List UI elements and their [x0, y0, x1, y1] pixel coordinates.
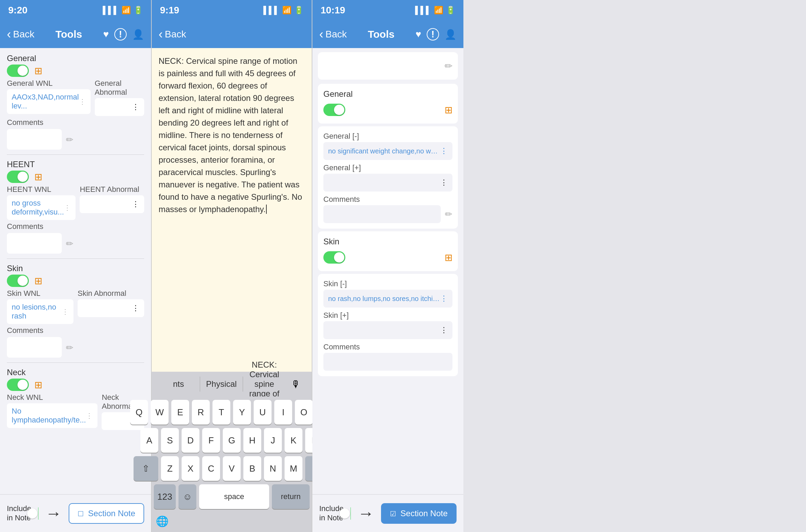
back-button-2[interactable]: ‹ Back — [159, 27, 186, 42]
key-h[interactable]: H — [243, 428, 261, 453]
neg-input-general-3[interactable]: no significant weight change,no weakness… — [323, 142, 452, 160]
shift-key[interactable]: ⇧ — [134, 456, 158, 481]
key-s[interactable]: S — [161, 428, 179, 453]
comments-box-heent-1[interactable] — [7, 233, 62, 254]
key-m[interactable]: M — [285, 456, 302, 481]
back-label-1[interactable]: Back — [13, 29, 34, 40]
toggle-general-1[interactable] — [7, 65, 29, 77]
section-note-button-1[interactable]: ☐ Section Note — [69, 503, 144, 524]
key-j[interactable]: J — [264, 428, 282, 453]
back-button-1[interactable]: ‹ Back — [7, 27, 34, 42]
back-label-2[interactable]: Back — [165, 29, 186, 40]
comments-box-general-1[interactable] — [7, 129, 62, 150]
autocomplete-item-2[interactable]: Physical — [200, 377, 243, 392]
abnormal-dots-skin-1[interactable]: ⋮ — [132, 304, 139, 313]
pos-input-skin-3[interactable]: ⋮ — [323, 321, 452, 339]
back-label-3[interactable]: Back — [325, 29, 347, 40]
people-icon-3[interactable]: 👤 — [445, 29, 457, 40]
space-key[interactable]: space — [199, 484, 269, 509]
wnl-dots-heent-1[interactable]: ⋮ — [64, 204, 71, 212]
edit-icon-comments-general-3[interactable]: ✏ — [445, 209, 452, 220]
key-w[interactable]: W — [151, 400, 169, 425]
org-icon-skin-3[interactable]: ⊞ — [445, 252, 452, 263]
neg-dots-skin-3[interactable]: ⋮ — [440, 294, 448, 303]
org-icon-general-3[interactable]: ⊞ — [445, 104, 452, 116]
toggle-skin-3[interactable] — [323, 251, 345, 264]
key-c[interactable]: C — [202, 456, 220, 481]
toggle-heent-1[interactable] — [7, 171, 29, 183]
mic-icon-2[interactable]: 🎙 — [286, 376, 306, 393]
org-icon-skin-1[interactable]: ⊞ — [34, 275, 42, 287]
key-i[interactable]: I — [274, 400, 292, 425]
key-b[interactable]: B — [243, 456, 261, 481]
toggle-include-1[interactable] — [38, 507, 38, 520]
abnormal-input-general-1[interactable]: ⋮ — [95, 98, 144, 116]
return-key[interactable]: return — [272, 484, 310, 509]
edit-icon-heent-1[interactable]: ✏ — [66, 239, 73, 249]
key-e[interactable]: E — [171, 400, 189, 425]
key-u[interactable]: U — [254, 400, 272, 425]
toggle-neck-1[interactable] — [7, 379, 29, 391]
section-general-neg-3: General [-] no significant weight change… — [318, 126, 458, 229]
wnl-input-neck-1[interactable]: No lymphadenopathy/te... ⋮ — [7, 403, 97, 428]
wnl-input-general-1[interactable]: AAOx3,NAD,normal lev... ⋮ — [7, 89, 91, 114]
key-n[interactable]: N — [264, 456, 282, 481]
key-a[interactable]: A — [140, 428, 158, 453]
wnl-dots-skin-1[interactable]: ⋮ — [62, 308, 69, 316]
org-icon-heent-1[interactable]: ⊞ — [34, 171, 42, 183]
nav-bar-3: ‹ Back Tools ♥ ! 👤 — [312, 21, 463, 48]
pos-dots-skin-3[interactable]: ⋮ — [440, 326, 448, 335]
key-d[interactable]: D — [182, 428, 199, 453]
key-x[interactable]: X — [182, 456, 199, 481]
key-k[interactable]: K — [285, 428, 302, 453]
abnormal-input-skin-1[interactable]: ⋮ — [78, 299, 144, 317]
heart-icon-3[interactable]: ♥ — [415, 29, 421, 40]
info-icon-3[interactable]: ! — [427, 28, 439, 41]
comments-box-skin-3[interactable] — [323, 353, 452, 371]
abnormal-dots-general-1[interactable]: ⋮ — [132, 103, 139, 112]
wnl-dots-neck-1[interactable]: ⋮ — [86, 412, 93, 420]
key-q[interactable]: Q — [130, 400, 148, 425]
heart-icon-1[interactable]: ♥ — [103, 29, 109, 40]
toggle-general-3[interactable] — [323, 104, 345, 116]
globe-icon[interactable]: 🌐 — [156, 515, 169, 527]
people-icon-1[interactable]: 👤 — [132, 29, 144, 40]
key-o[interactable]: O — [295, 400, 313, 425]
wnl-dots-general-1[interactable]: ⋮ — [79, 97, 86, 106]
edit-icon-top-3[interactable]: ✏ — [445, 60, 452, 72]
org-icon-general-1[interactable]: ⊞ — [34, 65, 42, 77]
right-scroll-3: General ⊞ General [-] no significant wei… — [312, 84, 463, 494]
abnormal-dots-heent-1[interactable]: ⋮ — [132, 200, 139, 209]
key-f[interactable]: F — [202, 428, 220, 453]
comments-box-general-3[interactable] — [323, 205, 441, 223]
edit-icon-skin-1[interactable]: ✏ — [66, 343, 73, 353]
key-r[interactable]: R — [192, 400, 210, 425]
nav-title-1: Tools — [40, 28, 97, 40]
toggle-include-3[interactable] — [350, 507, 351, 520]
neg-input-skin-3[interactable]: no rash,no lumps,no sores,no itching,no … — [323, 290, 452, 308]
toggle-skin-1[interactable] — [7, 275, 29, 287]
autocomplete-item-1[interactable]: nts — [157, 377, 200, 392]
section-note-button-3[interactable]: ☑ Section Note — [381, 503, 457, 524]
key-t[interactable]: T — [212, 400, 230, 425]
key-v[interactable]: V — [223, 456, 241, 481]
org-icon-neck-1[interactable]: ⊞ — [34, 379, 42, 391]
info-icon-1[interactable]: ! — [114, 28, 127, 41]
wnl-input-skin-1[interactable]: no lesions,no rash ⋮ — [7, 299, 73, 324]
back-button-3[interactable]: ‹ Back — [319, 27, 347, 42]
neg-dots-general-3[interactable]: ⋮ — [440, 147, 448, 155]
pos-input-general-3[interactable]: ⋮ — [323, 174, 452, 192]
key-y[interactable]: Y — [233, 400, 251, 425]
wnl-input-heent-1[interactable]: no gross deformity,visu... ⋮ — [7, 195, 76, 220]
key-g[interactable]: G — [223, 428, 241, 453]
text-area-2[interactable]: NECK: Cervical spine range of motion is … — [152, 48, 312, 372]
abnormal-input-heent-1[interactable]: ⋮ — [80, 195, 144, 213]
nav-bar-1: ‹ Back Tools ♥ ! 👤 — [0, 21, 151, 48]
num-key[interactable]: 123 — [154, 484, 176, 509]
comments-box-skin-1[interactable] — [7, 337, 62, 358]
wnl-label-general-1: General WNL — [7, 79, 91, 88]
emoji-key[interactable]: ☺ — [179, 484, 196, 509]
edit-icon-general-1[interactable]: ✏ — [66, 135, 73, 145]
pos-dots-general-3[interactable]: ⋮ — [440, 178, 448, 187]
key-z[interactable]: Z — [161, 456, 179, 481]
